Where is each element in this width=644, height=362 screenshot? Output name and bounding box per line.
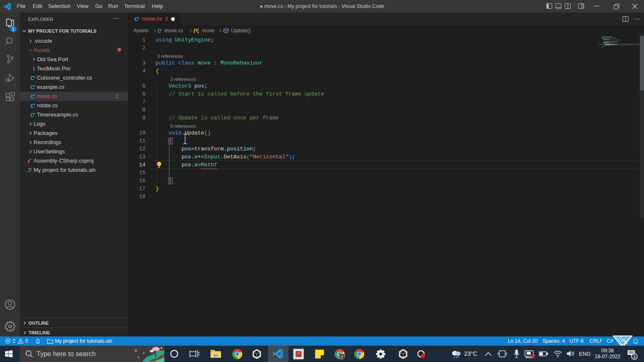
- svg-text:#: #: [138, 16, 140, 20]
- svg-text:#: #: [34, 103, 36, 106]
- svg-text:#: #: [34, 112, 36, 116]
- svg-text:#: #: [34, 84, 36, 88]
- svg-text:#: #: [34, 75, 36, 79]
- svg-text:1: 1: [633, 354, 636, 359]
- svg-text:#: #: [34, 93, 36, 97]
- svg-text:#: #: [160, 28, 162, 32]
- svg-text:V: V: [340, 354, 343, 359]
